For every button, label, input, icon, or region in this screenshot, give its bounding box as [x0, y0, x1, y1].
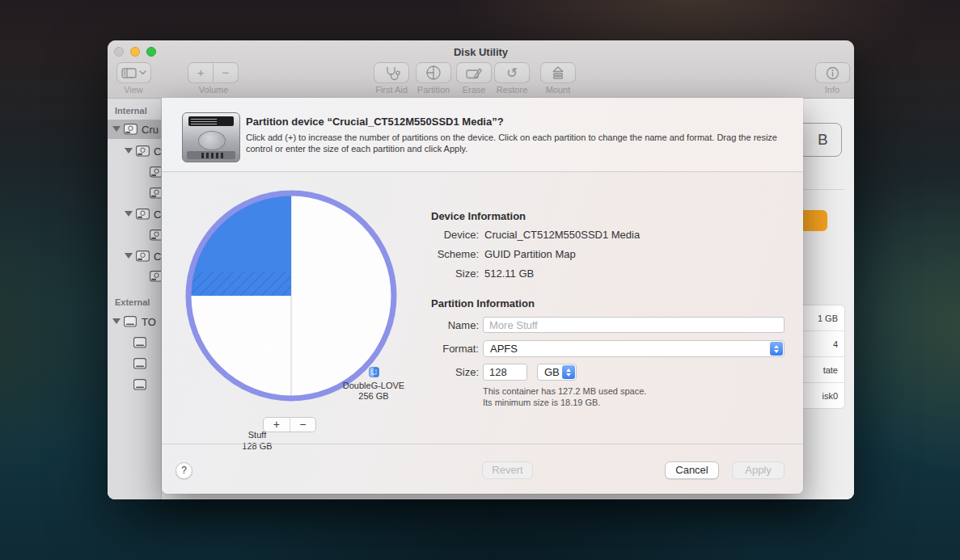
slice-size: 128 GB — [209, 343, 306, 354]
format-field-row: Format: APFS — [431, 340, 787, 357]
slice-name: DoubleG-LOVE — [325, 381, 422, 392]
help-button[interactable]: ? — [176, 462, 192, 479]
partition-button[interactable] — [416, 62, 451, 83]
external-disk-icon — [133, 358, 146, 369]
sidebar-item-crucial[interactable]: Cru — [108, 120, 162, 139]
revert-button[interactable]: Revert — [482, 461, 533, 479]
disclosure-triangle-icon[interactable] — [125, 253, 133, 259]
sidebar-item-external-volume-3[interactable] — [108, 375, 162, 394]
internal-disk-icon — [150, 187, 162, 199]
sidebar-item-label: TO — [142, 316, 156, 328]
slice-name: More Stuff — [209, 331, 306, 343]
device-row: Device: Crucial_CT512M550SSD1 Media — [431, 229, 787, 241]
used-space-hatch — [188, 272, 291, 296]
scheme-value: GUID Partition Map — [484, 248, 576, 260]
finder-icon — [369, 367, 379, 377]
remove-volume-button[interactable]: − — [214, 63, 238, 82]
disclosure-triangle-icon[interactable] — [112, 126, 121, 132]
sidebar-item-label: C — [154, 208, 161, 221]
sidebar-item-container-2[interactable]: C — [108, 204, 162, 224]
sidebar-item-container-3[interactable]: C — [108, 246, 162, 266]
internal-disk-icon — [136, 145, 150, 157]
capacity-box-text: B — [818, 131, 828, 149]
sidebar-section-internal: Internal — [115, 106, 162, 116]
name-field-row: Name: — [431, 317, 787, 333]
partition-information-heading: Partition Information — [431, 297, 535, 309]
mount-button[interactable] — [540, 62, 576, 83]
view-label: View — [108, 85, 159, 95]
restore-arrow-icon: ↺ — [506, 66, 518, 80]
format-popup[interactable]: APFS — [483, 340, 784, 357]
hard-drive-icon — [182, 112, 240, 162]
titlebar: Disk Utility View + − — [108, 40, 854, 99]
internal-disk-icon — [136, 251, 150, 262]
apply-button[interactable]: Apply — [732, 461, 784, 479]
sidebar-item-toshiba[interactable]: TO — [108, 312, 162, 331]
view-button[interactable] — [116, 62, 151, 83]
format-field-label: Format: — [431, 343, 479, 355]
first-aid-button[interactable] — [374, 62, 409, 83]
used-space-note: This container has 127.2 MB used space. — [483, 386, 790, 398]
partition-pie-chart: More Stuff 128 GB DoubleG-LOVE 256 GB — [178, 183, 404, 409]
sidebar-item-volume-2[interactable] — [108, 183, 162, 203]
info-label: Info — [808, 85, 856, 95]
device-label: Device: — [431, 229, 479, 241]
window-title: Disk Utility — [108, 46, 854, 58]
sidebar-item-container-1[interactable]: C — [108, 141, 162, 161]
sheet-header: Partition device “Crucial_CT512M550SSD1 … — [162, 98, 803, 172]
partition-sheet: Partition device “Crucial_CT512M550SSD1 … — [162, 98, 803, 494]
sidebar-item-external-volume-2[interactable] — [108, 354, 162, 373]
add-partition-button[interactable]: + — [264, 418, 290, 432]
first-aid-label: First Aid — [367, 85, 416, 95]
size-unit-popup[interactable]: GB — [537, 364, 577, 381]
popup-stepper-icon[interactable] — [770, 342, 783, 356]
external-disk-icon — [133, 337, 146, 348]
divider — [800, 189, 844, 190]
scheme-row: Scheme: GUID Partition Map — [431, 248, 787, 260]
disclosure-triangle-icon[interactable] — [112, 318, 121, 324]
minimum-size-note: Its minimum size is 18.19 GB. — [483, 398, 790, 409]
sidebar-item-label: C — [154, 145, 161, 158]
internal-disk-icon — [124, 124, 137, 135]
add-volume-button[interactable]: + — [188, 63, 213, 82]
restore-button[interactable]: ↺ — [494, 62, 530, 83]
stethoscope-icon — [383, 65, 400, 81]
external-disk-icon — [133, 379, 146, 390]
slice-size: 128 GB — [209, 441, 306, 453]
sidebar-section-external: External — [115, 297, 162, 307]
format-popup-value: APFS — [490, 343, 518, 355]
remove-partition-button[interactable]: − — [290, 418, 316, 432]
disclosure-triangle-icon[interactable] — [125, 211, 133, 217]
info-icon — [826, 66, 839, 80]
sidebar-item-volume-1[interactable] — [108, 162, 162, 182]
internal-disk-icon — [136, 208, 150, 220]
name-field-label: Name: — [431, 319, 479, 331]
restore-label: Restore — [488, 85, 536, 95]
sidebar-layout-icon — [121, 68, 137, 78]
partition-size-input[interactable] — [483, 364, 527, 381]
chevron-down-icon — [139, 70, 146, 75]
size-field-label: Size: — [431, 366, 479, 378]
sidebar-item-volume-4[interactable] — [108, 267, 162, 286]
internal-disk-icon — [150, 166, 162, 178]
size-row: Size: 512.11 GB — [431, 267, 787, 280]
desktop: Disk Utility View + − — [0, 0, 960, 560]
size-value: 512.11 GB — [484, 267, 534, 280]
sidebar-item-external-volume-1[interactable] — [108, 333, 162, 352]
cancel-button[interactable]: Cancel — [665, 461, 719, 479]
info-button[interactable] — [815, 62, 850, 83]
erase-button[interactable] — [456, 62, 492, 83]
popup-stepper-icon[interactable] — [562, 365, 575, 379]
sidebar: Internal Cru — [108, 99, 162, 499]
partition-name-input[interactable] — [483, 317, 784, 333]
size-unit-value: GB — [544, 366, 560, 378]
pie-label-doubleg-love: DoubleG-LOVE 256 GB — [325, 367, 422, 402]
disclosure-triangle-icon[interactable] — [125, 148, 133, 154]
scheme-label: Scheme: — [431, 248, 479, 260]
pie-chart-icon — [425, 65, 442, 81]
mount-label: Mount — [534, 85, 582, 95]
sidebar-item-volume-3[interactable] — [108, 225, 162, 245]
slice-size: 256 GB — [325, 391, 422, 402]
internal-disk-icon — [150, 229, 162, 241]
pie-label-more-stuff: More Stuff 128 GB — [209, 331, 306, 353]
